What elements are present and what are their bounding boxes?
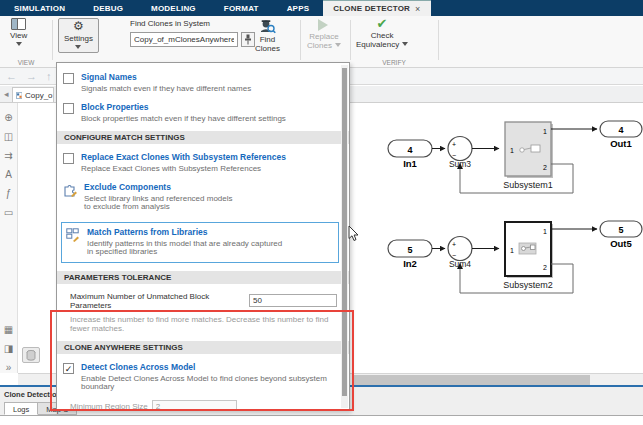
setting-desc-line2: to exclude from analysis bbox=[84, 203, 233, 212]
block-properties-checkbox[interactable] bbox=[63, 103, 74, 114]
area-icon[interactable]: ▭ bbox=[4, 208, 13, 218]
replace-clones-label-2: Clones bbox=[307, 41, 332, 50]
group-separator bbox=[438, 20, 439, 60]
max-unmatched-parameters-row: Maximum Number of Unmatched Block Parame… bbox=[63, 292, 337, 310]
setting-match-patterns-from-libraries[interactable]: Match Patterns from Libraries Identify p… bbox=[66, 227, 334, 257]
outport-label: Out5 bbox=[610, 238, 632, 249]
replace-clones-button[interactable]: Replace Clones bbox=[307, 18, 341, 50]
setting-title: Match Patterns from Libraries bbox=[87, 227, 282, 237]
signal-routing-icon[interactable]: ⇉ bbox=[4, 151, 12, 161]
sum-plus-sign: + bbox=[452, 141, 456, 148]
check-equivalency-button[interactable]: ✔ Check Equivalency bbox=[356, 18, 408, 49]
tab-apps[interactable]: APPS bbox=[273, 0, 324, 16]
exclude-components-icon bbox=[63, 183, 77, 197]
model-diagram: 4 In1 + − Sum3 1 1 2 Subsystem1 4 Out1 bbox=[352, 96, 643, 371]
setting-title: Exclude Components bbox=[84, 182, 233, 192]
outport-value: 4 bbox=[618, 125, 623, 135]
ribbon: View VIEW ⚙ Settings Find Clones in Syst… bbox=[0, 16, 643, 68]
more-tools-icon[interactable]: » bbox=[6, 363, 12, 373]
tab-debug[interactable]: DEBUG bbox=[79, 0, 137, 16]
subsystem-inport-number: 1 bbox=[510, 147, 514, 154]
green-check-icon: ✔ bbox=[377, 18, 388, 30]
back-icon[interactable]: ← bbox=[6, 70, 17, 82]
group-label-view: VIEW bbox=[0, 59, 52, 66]
logs-content bbox=[0, 415, 643, 425]
view-button[interactable]: View bbox=[10, 18, 27, 49]
scrollbar-thumb[interactable] bbox=[352, 375, 590, 385]
sum-minus-sign: − bbox=[452, 252, 456, 259]
replace-clones-label-1: Replace bbox=[309, 32, 338, 41]
function-icon[interactable]: ƒ bbox=[6, 189, 12, 199]
inport-label: In1 bbox=[403, 158, 417, 169]
view-panels-icon bbox=[11, 18, 26, 30]
setting-desc-line2: in specified libraries bbox=[87, 248, 282, 257]
model-row-2: 5 In2 + − Sum4 1 1 2 Subsystem2 5 Out5 bbox=[388, 221, 642, 293]
close-tab-icon[interactable]: × bbox=[415, 4, 420, 14]
setting-desc: Replace Exact Clones with Subsystem Refe… bbox=[81, 165, 286, 174]
annotation-icon[interactable]: A bbox=[5, 170, 12, 180]
up-to-parent-icon[interactable]: ↑ bbox=[46, 70, 52, 82]
find-clones-button[interactable]: Find Clones bbox=[255, 18, 280, 53]
outport-value: 5 bbox=[618, 225, 623, 235]
setting-title: Replace Exact Clones With Subsystem Refe… bbox=[81, 152, 286, 162]
mouse-cursor bbox=[348, 225, 359, 242]
setting-title: Signal Names bbox=[81, 72, 251, 82]
setting-desc: Block properties match even if they have… bbox=[81, 115, 286, 124]
chevron-down-icon bbox=[75, 45, 81, 52]
setting-exclude-components[interactable]: Exclude Components Select library links … bbox=[63, 182, 337, 212]
setting-desc: Signals match even if they have differen… bbox=[81, 85, 251, 94]
group-label-verify: VERIFY bbox=[350, 59, 438, 66]
collapse-explorer-icon[interactable]: ◂ bbox=[4, 89, 9, 99]
forward-icon[interactable]: → bbox=[26, 70, 37, 82]
zoom-icon[interactable]: ⊕ bbox=[4, 113, 12, 123]
setting-signal-names[interactable]: Signal Names Signals match even if they … bbox=[63, 72, 337, 94]
replace-exact-clones-checkbox[interactable] bbox=[63, 153, 74, 164]
subsystem-label: Subsystem1 bbox=[503, 180, 553, 190]
inport-value: 5 bbox=[407, 245, 412, 255]
setting-block-properties[interactable]: Block Properties Block properties match … bbox=[63, 102, 337, 124]
subsystem-outport1-number: 1 bbox=[543, 228, 547, 235]
find-clones-in-system-field: Find Clones in System bbox=[130, 19, 255, 47]
canvas-toolbar: ⊕ ◫ ⇉ A ƒ ▭ ▦ ◨ » bbox=[0, 103, 18, 373]
detective-search-icon bbox=[259, 18, 276, 34]
model-breadcrumb-tab[interactable]: Copy_o bbox=[12, 87, 54, 102]
max-unmatched-label: Maximum Number of Unmatched Block Parame… bbox=[70, 292, 245, 310]
toolstrip-tabbar: SIMULATION DEBUG MODELING FORMAT APPS CL… bbox=[0, 0, 643, 16]
model-data-badge[interactable] bbox=[22, 347, 40, 363]
section-configure-match-settings: CONFIGURE MATCH SETTINGS bbox=[57, 131, 349, 144]
subsystem-outport1-number: 1 bbox=[543, 128, 547, 135]
pin-button[interactable] bbox=[241, 32, 255, 47]
tab-logs[interactable]: Logs bbox=[4, 402, 38, 415]
find-clones-label-2: Clones bbox=[255, 44, 280, 53]
fit-to-view-icon[interactable]: ◫ bbox=[4, 132, 13, 142]
subsystem-inport-number: 1 bbox=[510, 247, 514, 254]
system-field-label: Find Clones in System bbox=[130, 19, 255, 28]
tab-clone-detector[interactable]: CLONE DETECTOR × bbox=[323, 0, 430, 16]
snapshot-icon[interactable]: ▦ bbox=[4, 325, 13, 335]
model-row-1: 4 In1 + − Sum3 1 1 2 Subsystem1 4 Out1 bbox=[388, 121, 642, 193]
signal-names-checkbox[interactable] bbox=[63, 73, 74, 84]
sum-plus-sign: + bbox=[452, 241, 456, 248]
setting-replace-exact-clones[interactable]: Replace Exact Clones With Subsystem Refe… bbox=[63, 152, 337, 174]
max-unmatched-input[interactable] bbox=[249, 294, 337, 307]
tab-format[interactable]: FORMAT bbox=[210, 0, 273, 16]
settings-button[interactable]: ⚙ Settings bbox=[58, 18, 99, 53]
simulink-clone-detector-window: SIMULATION DEBUG MODELING FORMAT APPS CL… bbox=[0, 0, 643, 425]
system-name-input[interactable] bbox=[130, 32, 238, 47]
inport-value: 4 bbox=[407, 145, 412, 155]
highlighted-setting-container: Match Patterns from Libraries Identify p… bbox=[61, 222, 339, 263]
replace-run-icon bbox=[318, 19, 334, 31]
group-separator bbox=[300, 20, 301, 60]
model-browser-icon[interactable]: ◨ bbox=[4, 344, 13, 354]
gear-icon: ⚙ bbox=[73, 20, 84, 33]
database-cylinder-icon bbox=[26, 350, 36, 361]
group-separator bbox=[52, 20, 53, 60]
group-separator bbox=[350, 20, 351, 60]
pin-icon bbox=[244, 34, 252, 45]
tab-simulation[interactable]: SIMULATION bbox=[0, 0, 79, 16]
subsystem-outport2-number: 2 bbox=[543, 264, 547, 271]
section-parameters-tolerance: PARAMETERS TOLERANCE bbox=[57, 271, 349, 284]
model-tab-label: Copy_o bbox=[25, 91, 53, 100]
chevron-down-icon bbox=[335, 43, 341, 50]
tab-modeling[interactable]: MODELING bbox=[137, 0, 210, 16]
